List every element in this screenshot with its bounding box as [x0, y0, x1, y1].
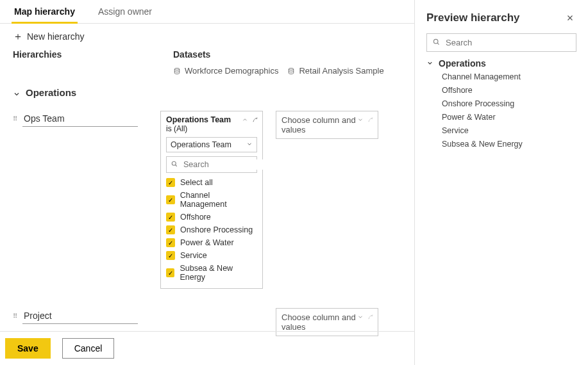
new-hierarchy-button[interactable]: ＋ New hierarchy [0, 24, 414, 49]
chevron-down-icon [246, 140, 253, 149]
checkbox-checked-icon: ✓ [166, 238, 175, 247]
cancel-button[interactable]: Cancel [62, 338, 115, 359]
database-icon [287, 67, 295, 75]
preview-root-toggle[interactable]: Operations [426, 58, 576, 69]
option-item[interactable]: ✓Channel Management [166, 191, 257, 209]
hierarchies-header: Hierarchies [13, 49, 173, 60]
option-select-all[interactable]: ✓Select all [166, 178, 257, 187]
preview-search-input[interactable] [444, 37, 571, 48]
checkbox-checked-icon: ✓ [166, 268, 174, 277]
close-icon[interactable] [564, 12, 576, 24]
checkbox-checked-icon: ✓ [166, 251, 175, 260]
expand-icon[interactable] [357, 115, 364, 125]
search-icon [171, 160, 178, 170]
chevron-down-icon [13, 89, 21, 97]
preview-item[interactable]: Power & Water [442, 113, 576, 122]
save-button[interactable]: Save [5, 338, 51, 359]
preview-root-label: Operations [439, 58, 486, 69]
drag-handle-icon[interactable]: ⠿ [13, 312, 17, 320]
checkbox-checked-icon: ✓ [166, 213, 175, 222]
filter-search[interactable] [166, 156, 257, 173]
preview-item[interactable]: Onshore Processing [442, 99, 576, 108]
plus-icon: ＋ [13, 31, 23, 42]
filter-card: Operations Team is (All) Operations Team… [160, 111, 263, 289]
level-name-input[interactable] [22, 111, 138, 127]
svg-point-1 [289, 68, 294, 70]
clear-icon[interactable] [367, 312, 374, 322]
option-item[interactable]: ✓Power & Water [166, 238, 257, 247]
preview-item[interactable]: Channel Management [442, 72, 576, 81]
preview-item[interactable]: Offshore [442, 86, 576, 95]
chevron-down-icon [426, 58, 433, 69]
expand-icon[interactable] [357, 312, 364, 322]
option-item[interactable]: ✓Onshore Processing [166, 225, 257, 234]
svg-point-0 [174, 68, 180, 70]
checkbox-checked-icon: ✓ [166, 178, 175, 187]
preview-title: Preview hierarchy [426, 12, 520, 24]
filter-search-input[interactable] [182, 159, 285, 170]
new-hierarchy-label: New hierarchy [27, 31, 84, 42]
search-icon [432, 38, 441, 48]
dataset-item[interactable]: Retail Analysis Sample [287, 66, 383, 76]
svg-point-2 [172, 161, 176, 165]
choose-column-card[interactable]: Choose column and values [276, 111, 378, 139]
hierarchy-section-toggle[interactable]: Operations [0, 76, 414, 103]
clear-icon[interactable] [252, 115, 258, 125]
svg-point-3 [433, 39, 438, 44]
column-dropdown[interactable]: Operations Team [166, 137, 257, 152]
collapse-icon[interactable] [242, 115, 248, 125]
preview-item[interactable]: Subsea & New Energy [442, 140, 576, 149]
preview-search[interactable] [426, 33, 576, 52]
filter-subtitle: is (All) [166, 124, 257, 133]
option-item[interactable]: ✓Service [166, 251, 257, 260]
drag-handle-icon[interactable]: ⠿ [13, 115, 17, 122]
tab-map-hierarchy[interactable]: Map hierarchy [12, 0, 78, 24]
option-item[interactable]: ✓Offshore [166, 213, 257, 222]
dataset-item[interactable]: Workforce Demographics [173, 66, 278, 76]
tab-assign-owner[interactable]: Assign owner [96, 0, 155, 23]
datasets-header: Datasets [173, 49, 384, 60]
checkbox-checked-icon: ✓ [166, 195, 175, 204]
database-icon [173, 67, 181, 75]
option-item[interactable]: ✓Subsea & New Energy [166, 264, 257, 282]
checkbox-checked-icon: ✓ [166, 225, 175, 234]
hierarchy-name: Operations [26, 87, 76, 98]
level-name-input[interactable] [22, 308, 138, 324]
preview-item[interactable]: Service [442, 126, 576, 135]
clear-icon[interactable] [367, 115, 374, 125]
